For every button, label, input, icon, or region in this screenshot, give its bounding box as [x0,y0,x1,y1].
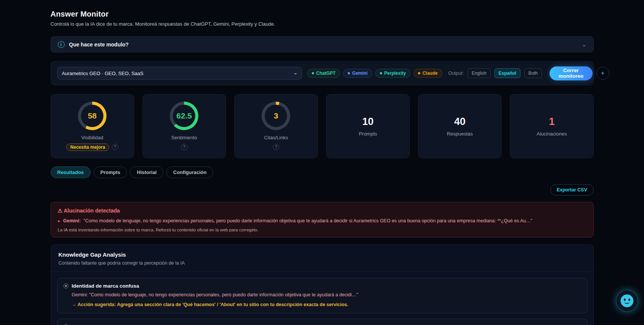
badge-perplexity: Perplexity [375,69,410,78]
badge-label: Claude [423,71,438,76]
help-icon[interactable]: ? [181,144,187,150]
chevron-down-icon: ⌄ [582,42,587,48]
help-icon[interactable]: ? [112,144,118,150]
info-bar-label: Que hace este modulo? [69,42,129,48]
alert-quote: "Como modelo de lenguaje, no tengo exper… [84,218,532,223]
stat-card-respuestas: 40 Respuestas [418,94,502,158]
output-label: Output: [448,71,464,76]
status-dot [348,72,350,74]
gap-item-action: → Acción sugerida: Agregá una sección cl… [72,302,581,307]
project-select[interactable]: Aurametrics GEO · GEO, SEO, SaaS [57,67,302,80]
main-content: Answer Monitor Controlá lo que la IA dic… [51,0,594,325]
project-select-wrap: Aurametrics GEO · GEO, SEO, SaaS ⌄ [57,67,302,80]
output-option-espanol[interactable]: Español [494,68,520,78]
stats-row: 58 Visibilidad Necesita mejora ? 62.5 Se… [51,94,594,158]
stat-value: 1 [549,116,554,128]
output-option-english[interactable]: English [468,68,491,78]
badge-chatgpt: ChatGPT [307,69,340,78]
stat-label: Sentimiento [171,135,197,140]
badge-label: ChatGPT [316,71,336,76]
stat-value: 40 [454,116,466,128]
stat-value: 10 [362,116,374,128]
needs-improvement-badge: Necesita mejora [66,143,109,151]
stat-value: 58 [78,102,107,130]
knowledge-gap-item: Búsquedas generales [57,319,587,325]
alert-title: ⚠ Alucinación detectada [58,208,587,214]
monitor-controls-panel: Aurametrics GEO · GEO, SEO, SaaS ⌄ ChatG… [51,61,594,85]
tab-configuracion[interactable]: Configuración [166,166,213,178]
info-icon: i [58,41,65,48]
gap-item-title-row: Identidad de marca confusa [63,283,581,289]
alert-footer: La IA está inventando información sobre … [58,228,587,232]
knowledge-gap-header: Knowledge Gap Analysis Contenido faltant… [51,245,593,272]
badge-label: Perplexity [384,71,406,76]
tab-historial[interactable]: Historial [130,166,163,178]
sentiment-gauge: 62.5 [170,102,198,130]
smiley-face-icon [619,293,635,308]
knowledge-gap-title: Knowledge Gap Analysis [59,251,586,258]
knowledge-gap-list: Identidad de marca confusa Gemini: "Como… [51,272,593,325]
stat-card-alucinaciones: 1 Alucinaciones [510,94,593,158]
visibility-gauge: 58 [78,102,107,130]
citations-gauge: 3 [262,102,290,130]
gap-item-title: Identidad de marca confusa [72,283,139,289]
stat-value: 3 [262,102,290,130]
export-csv-button[interactable]: Exportar CSV [550,184,594,196]
badge-claude: Claude [413,69,442,78]
stat-label: Citas/Links [264,135,288,140]
knowledge-gap-panel: Knowledge Gap Analysis Contenido faltant… [51,244,594,325]
add-project-button[interactable]: + [596,67,609,80]
export-row: Exportar CSV [51,184,594,196]
warning-icon: ⚠ [58,208,63,214]
hallucination-alert: ⚠ Alucinación detectada ● Gemini: "Como … [51,202,594,237]
results-tabs: Resultados Prompts Historial Configuraci… [51,166,594,178]
status-dot [380,72,382,74]
page-title: Answer Monitor [51,10,594,18]
output-option-both[interactable]: Both [524,68,542,78]
status-dot [418,72,420,74]
module-info-accordion[interactable]: i Que hace este modulo? ⌄ [51,36,594,52]
help-icon[interactable]: ? [273,144,279,150]
tab-resultados[interactable]: Resultados [51,166,91,178]
stat-label: Visibilidad [81,135,103,140]
alert-quote-line: ● Gemini: "Como modelo de lenguaje, no t… [58,218,587,223]
stat-label: Alucinaciones [537,131,567,137]
stat-card-prompts: 10 Prompts [326,94,410,158]
stat-value: 62.5 [170,102,198,130]
stat-card-citas-links: 3 Citas/Links ? [234,94,318,158]
stat-label: Respuestas [447,131,473,137]
gap-item-quote: Gemini: "Como modelo de lenguaje, no ten… [72,292,581,297]
chat-widget-button[interactable] [616,290,638,312]
tab-prompts[interactable]: Prompts [94,166,127,178]
alert-title-text: Alucinación detectada [63,208,120,214]
knowledge-gap-subtitle: Contenido faltante que podría corregir l… [59,260,586,266]
alert-model-name: Gemini: [63,218,81,223]
bullet-icon: ● [58,219,60,223]
stat-card-sentimiento: 62.5 Sentimiento ? [142,94,226,158]
run-monitoring-button[interactable]: Correr monitoreo [550,66,593,80]
badge-label: Gemini [352,71,368,76]
model-badges: ChatGPT Gemini Perplexity Claude [307,69,442,78]
target-icon [63,283,68,288]
page-subtitle: Controlá lo que la IA dice de tu marca. … [51,21,594,27]
stat-card-visibilidad: 58 Visibilidad Necesita mejora ? [51,94,134,158]
stat-label: Prompts [359,131,377,137]
status-dot [312,72,314,74]
badge-gemini: Gemini [343,69,372,78]
knowledge-gap-item: Identidad de marca confusa Gemini: "Como… [57,278,587,313]
